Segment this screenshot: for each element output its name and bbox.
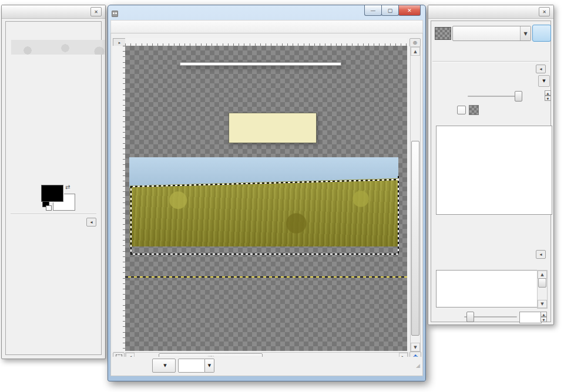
- vertical-scrollbar[interactable]: ▲ ▼: [410, 46, 421, 352]
- toolbox-titlebar[interactable]: ✕: [2, 5, 105, 19]
- minimize-button[interactable]: —: [364, 5, 382, 16]
- brush-scrollbar-thumb[interactable]: [538, 278, 546, 288]
- divider: [11, 214, 96, 214]
- scroll-down-icon[interactable]: ▼: [538, 300, 547, 308]
- desktop: ✕ ⇄ ◂: [0, 0, 564, 392]
- scroll-up-icon[interactable]: ▲: [411, 47, 420, 56]
- zoom-combo[interactable]: ▼: [178, 359, 214, 373]
- vertical-ruler[interactable]: [113, 46, 126, 351]
- status-bar: ▼ ▼ ◢: [111, 357, 422, 374]
- image-window: — ▢ ✕ ▸ ◎ ▲ ▼: [108, 5, 426, 381]
- close-icon[interactable]: ✕: [90, 7, 102, 16]
- image-grass-region: [130, 178, 398, 246]
- menu-bar: [110, 20, 423, 34]
- layers-dialog-window: ✕ ▼ ◂ ▼ ▲▼: [428, 5, 554, 325]
- collapse-icon[interactable]: ◂: [86, 218, 96, 227]
- close-icon[interactable]: ✕: [539, 7, 550, 16]
- unit-select[interactable]: ▼: [152, 359, 176, 373]
- work-area: ▸ ◎ ▲ ▼ ◀: [110, 33, 423, 376]
- brush-grid: [436, 270, 538, 307]
- tooltip: [229, 113, 317, 143]
- window-controls: — ▢ ✕: [365, 5, 421, 16]
- scroll-up-icon[interactable]: ▲: [538, 271, 547, 279]
- layer-boundary: [125, 276, 407, 278]
- chevron-down-icon: ▼: [520, 26, 531, 40]
- image-thumbnail: [435, 27, 451, 40]
- gimp-logo: [11, 40, 105, 55]
- canvas[interactable]: [125, 46, 407, 351]
- vertical-scrollbar-thumb[interactable]: [411, 141, 419, 336]
- spacing-spinner[interactable]: ▲▼: [540, 312, 547, 322]
- opacity-spinner[interactable]: ▲▼: [545, 90, 551, 101]
- image-window-titlebar[interactable]: [112, 8, 361, 19]
- selection-ants-left: [130, 186, 132, 254]
- image-select[interactable]: ▼: [452, 26, 531, 41]
- spacing-slider-thumb[interactable]: [466, 312, 474, 322]
- lock-checkbox[interactable]: [457, 106, 466, 114]
- selection-ants-right: [398, 176, 399, 254]
- opacity-slider-thumb[interactable]: [515, 91, 522, 102]
- zoom-dropdown-icon[interactable]: ▼: [205, 359, 214, 373]
- default-colors-icon[interactable]: [42, 201, 52, 211]
- close-button[interactable]: ✕: [398, 5, 421, 16]
- toolbox-window: ✕ ⇄ ◂: [1, 5, 106, 359]
- scroll-down-icon[interactable]: ▼: [411, 343, 420, 352]
- foreground-color-swatch[interactable]: [41, 185, 63, 202]
- opacity-slider[interactable]: [468, 96, 521, 97]
- swap-colors-icon[interactable]: ⇄: [65, 184, 70, 190]
- toolbox-panel: ⇄ ◂: [5, 21, 102, 355]
- horizontal-ruler[interactable]: [125, 38, 407, 46]
- maximize-button[interactable]: ▢: [381, 5, 399, 16]
- zoom-value-box[interactable]: [178, 359, 205, 373]
- resize-grip[interactable]: ◢: [416, 363, 420, 369]
- layer-list: [436, 126, 552, 215]
- lock-alpha-icon[interactable]: [469, 105, 479, 115]
- layers-dialog-panel: ▼ ◂ ▼ ▲▼ ◂: [431, 21, 551, 322]
- collapse-icon[interactable]: ◂: [536, 65, 546, 73]
- select-menu: [180, 62, 341, 66]
- brush-scrollbar[interactable]: ▲ ▼: [537, 270, 548, 309]
- collapse-icon[interactable]: ◂: [536, 250, 546, 259]
- zoom-fit-toggle-icon[interactable]: ◎: [409, 38, 421, 47]
- auto-button[interactable]: [532, 25, 551, 42]
- gimp-window-icon: [112, 11, 118, 17]
- selection-ants-bottom: [130, 254, 399, 255]
- layers-dialog-titlebar[interactable]: ✕: [428, 5, 553, 19]
- spacing-value[interactable]: [519, 312, 542, 323]
- mode-dropdown-icon[interactable]: ▼: [538, 75, 550, 87]
